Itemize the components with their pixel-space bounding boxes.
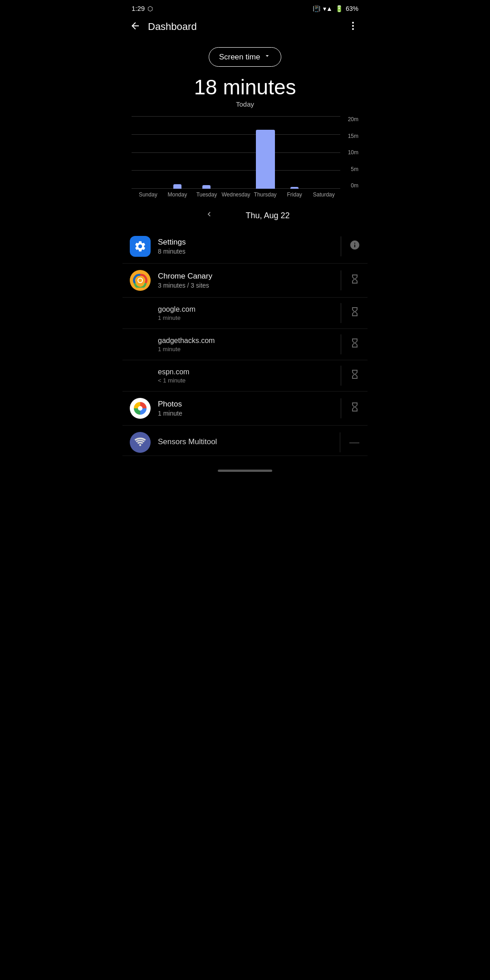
list-item[interactable]: Sensors Multitool — [122, 426, 368, 456]
hourglass-icon[interactable] [349, 306, 360, 320]
date-navigation: Thu, Aug 22 [122, 198, 368, 230]
chart-y-labels: 20m 15m 10m 5m 0m [341, 116, 358, 189]
chart-bars [132, 116, 340, 189]
vibrate-icon: 📳 [313, 5, 320, 12]
app-action-chrome-canary [341, 270, 360, 290]
battery-level: 63% [346, 5, 358, 12]
chart-bar [290, 187, 299, 189]
status-left: 1:29 ⬡ [132, 5, 153, 12]
total-time-value: 18 minutes [122, 75, 368, 99]
svg-point-6 [138, 406, 142, 411]
app-time-espn: < 1 minute [158, 377, 333, 384]
app-action-espn [341, 366, 360, 386]
usage-chart: 20m 15m 10m 5m 0m Sunday Monday Tuesday … [132, 116, 358, 198]
x-label-sun: Sunday [133, 191, 163, 198]
list-item-sub[interactable]: espn.com < 1 minute [122, 360, 368, 392]
app-action-sensors: — [340, 432, 360, 452]
page-title: Dashboard [148, 21, 197, 33]
wifi-icon: ▾▲ [323, 5, 333, 12]
battery-icon: 🔋 [335, 5, 343, 12]
app-time-settings: 8 minutes [158, 248, 333, 255]
home-indicator [218, 470, 272, 472]
list-item[interactable]: Photos 1 minute [122, 392, 368, 426]
hourglass-icon[interactable] [349, 338, 360, 351]
screen-time-section: Screen time [122, 47, 368, 67]
screen-time-dropdown[interactable]: Screen time [209, 47, 282, 67]
prev-date-button[interactable] [200, 208, 218, 223]
list-item-sub[interactable]: gadgethacks.com 1 minute [122, 329, 368, 360]
app-name-photos: Photos [158, 400, 333, 409]
app-name-settings: Settings [158, 238, 333, 247]
app-info-espn: espn.com < 1 minute [158, 368, 333, 384]
x-label-wed: Wednesday [221, 191, 251, 198]
x-label-mon: Monday [163, 191, 192, 198]
svg-point-1 [352, 25, 354, 27]
chart-bar-col [250, 130, 280, 189]
screen-time-label: Screen time [219, 53, 260, 62]
app-info-gadgethacks: gadgethacks.com 1 minute [158, 337, 333, 353]
divider [341, 303, 341, 323]
chart-bar-col [163, 184, 192, 189]
divider [340, 432, 340, 452]
app-time-google: 1 minute [158, 314, 333, 321]
app-name-gadgethacks: gadgethacks.com [158, 337, 333, 345]
status-right: 📳 ▾▲ 🔋 63% [313, 5, 358, 12]
y-label-0m: 0m [351, 182, 358, 189]
info-icon[interactable] [349, 240, 360, 253]
hourglass-icon[interactable] [349, 274, 360, 287]
y-label-20m: 20m [348, 116, 358, 122]
status-bar: 1:29 ⬡ 📳 ▾▲ 🔋 63% [122, 0, 368, 15]
divider [341, 236, 341, 256]
app-bar: Dashboard [122, 15, 368, 38]
chart-area: 20m 15m 10m 5m 0m [132, 116, 358, 189]
y-label-15m: 15m [348, 133, 358, 139]
app-icon-settings [130, 236, 151, 257]
app-name-sensors: Sensors Multitool [158, 437, 333, 446]
hourglass-icon[interactable] [349, 369, 360, 382]
app-list: Settings 8 minutes Chrome Cana [122, 230, 368, 465]
home-bar [122, 465, 368, 475]
y-label-5m: 5m [351, 166, 358, 172]
app-time-photos: 1 minute [158, 410, 333, 417]
hourglass-icon[interactable] [349, 402, 360, 415]
overflow-menu-button[interactable] [346, 19, 360, 34]
chart-bar [173, 184, 181, 189]
app-info-google: google.com 1 minute [158, 305, 333, 321]
divider [341, 398, 341, 418]
list-item[interactable]: Chrome Canary 3 minutes / 3 sites [122, 264, 368, 298]
app-info-photos: Photos 1 minute [158, 400, 333, 417]
divider [341, 334, 341, 354]
chart-bar [202, 185, 211, 189]
list-item-sub[interactable]: google.com 1 minute [122, 298, 368, 329]
app-info-sensors: Sensors Multitool [158, 437, 333, 447]
chart-bar-col [192, 185, 221, 189]
svg-point-0 [352, 22, 354, 24]
chart-x-labels: Sunday Monday Tuesday Wednesday Thursday… [132, 189, 340, 198]
divider [341, 270, 341, 290]
app-bar-left: Dashboard [128, 19, 197, 34]
app-icon-sensors [130, 432, 151, 453]
cast-icon: ⬡ [147, 5, 153, 12]
app-info-settings: Settings 8 minutes [158, 238, 333, 255]
app-action-settings [341, 236, 360, 256]
dropdown-icon [264, 52, 271, 62]
current-date-label: Thu, Aug 22 [245, 211, 289, 220]
divider [341, 366, 341, 386]
x-label-tue: Tuesday [192, 191, 221, 198]
minus-icon[interactable]: — [348, 436, 360, 448]
total-time-period: Today [122, 100, 368, 108]
list-item[interactable]: Settings 8 minutes [122, 230, 368, 264]
app-action-gadgethacks [341, 334, 360, 354]
x-label-thu: Thursday [250, 191, 280, 198]
total-time-section: 18 minutes Today [122, 75, 368, 108]
app-time-chrome-canary: 3 minutes / 3 sites [158, 282, 333, 289]
app-action-photos [341, 398, 360, 418]
app-icon-photos [130, 398, 151, 419]
svg-point-2 [352, 28, 354, 30]
app-info-chrome-canary: Chrome Canary 3 minutes / 3 sites [158, 272, 333, 289]
y-label-10m: 10m [348, 149, 358, 156]
back-button[interactable] [128, 19, 142, 34]
app-action-google [341, 303, 360, 323]
chart-bar [256, 130, 275, 189]
app-icon-chrome-canary [130, 270, 151, 291]
